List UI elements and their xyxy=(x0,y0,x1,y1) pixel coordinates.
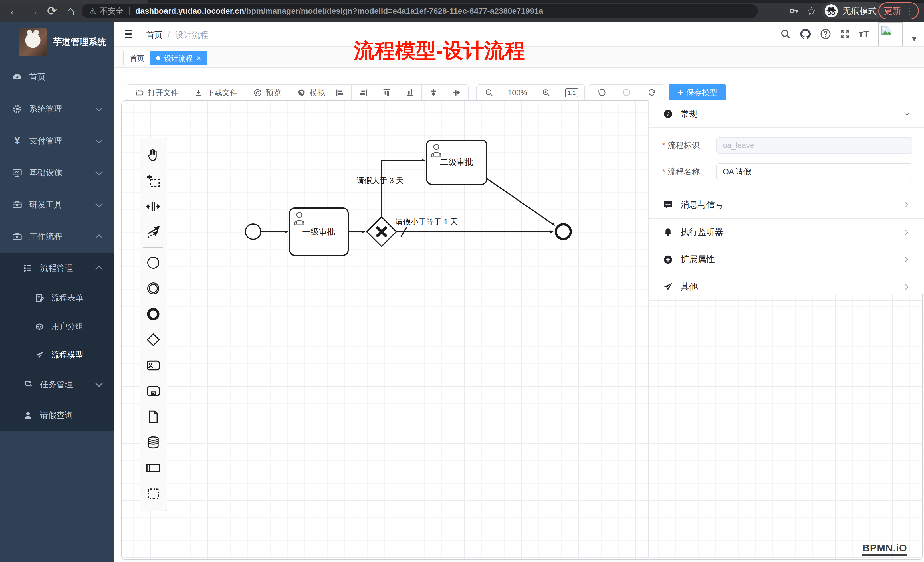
section-message-signal[interactable]: 消息与信号 xyxy=(649,191,924,219)
simulate-button[interactable]: 模拟 xyxy=(289,84,333,101)
align-right-button[interactable] xyxy=(352,84,375,101)
sidebar-item-home[interactable]: 首页 xyxy=(0,61,114,93)
create-intermediate-event[interactable] xyxy=(140,276,166,301)
exclusive-gateway[interactable] xyxy=(367,217,396,246)
user-task-2[interactable] xyxy=(427,140,487,184)
zoom-reset-button[interactable]: 1:1 xyxy=(559,84,585,101)
browser-active-tab[interactable] xyxy=(0,0,148,3)
align-vcenter-button[interactable] xyxy=(422,84,445,101)
url-bar[interactable]: ⚠ 不安全 dashboard.yudao.iocoder.cn/bpm/man… xyxy=(82,4,758,18)
security-label[interactable]: 不安全 xyxy=(100,6,123,16)
create-group[interactable] xyxy=(140,481,166,507)
chevron-down-icon xyxy=(95,380,102,387)
sidebar-item-devtools[interactable]: 研发工具 xyxy=(0,189,114,221)
preview-button[interactable]: 预览 xyxy=(245,84,289,101)
fullscreen-icon[interactable] xyxy=(838,27,852,41)
home-icon[interactable]: ⌂ xyxy=(63,3,78,18)
sidebar: 芋道管理系统 首页 系统管理 ¥ 支付管理 xyxy=(0,22,114,562)
update-label[interactable]: 更新 xyxy=(884,5,901,17)
sidebar-item-process-form[interactable]: 流程表单 xyxy=(0,283,114,312)
key-icon[interactable] xyxy=(788,5,800,16)
undo-button[interactable] xyxy=(589,84,614,101)
forward-icon[interactable]: → xyxy=(26,4,40,18)
zoom-in-icon xyxy=(542,88,551,97)
url-host[interactable]: dashboard.yudao.iocoder.cn xyxy=(135,7,244,16)
align-left-button[interactable] xyxy=(328,84,352,101)
space-tool[interactable] xyxy=(140,194,166,219)
flow-gateway-to-task2[interactable] xyxy=(381,160,425,216)
save-model-button[interactable]: + 保存模型 xyxy=(669,84,726,101)
bpmn-io-watermark[interactable]: BPMN.iO xyxy=(862,542,907,556)
section-title: 执行监听器 xyxy=(681,226,723,238)
search-icon[interactable] xyxy=(778,27,793,41)
toolbox-icon xyxy=(11,199,23,211)
avatar[interactable] xyxy=(878,22,903,46)
sidebar-item-infra[interactable]: 基础设施 xyxy=(0,157,114,189)
annotation-title: 流程模型-设计流程 xyxy=(340,37,539,64)
sidebar-item-process-model[interactable]: 流程模型 xyxy=(0,341,114,369)
section-extended-attributes[interactable]: 扩展属性 xyxy=(649,246,924,273)
section-other[interactable]: 其他 xyxy=(649,273,924,301)
browser-menu-icon[interactable]: ⋮ xyxy=(905,6,914,16)
flow-task2-to-end[interactable] xyxy=(487,178,555,225)
font-size-icon[interactable]: тT xyxy=(856,27,871,41)
sidebar-item-payment[interactable]: ¥ 支付管理 xyxy=(0,125,114,157)
create-subprocess[interactable] xyxy=(140,378,166,404)
create-participant[interactable] xyxy=(140,455,166,481)
reload-icon[interactable]: ⟳ xyxy=(45,4,59,18)
help-icon[interactable] xyxy=(818,27,832,41)
user-task-1[interactable] xyxy=(290,208,348,255)
open-file-button[interactable]: 打开文件 xyxy=(127,84,186,101)
hand-tool[interactable] xyxy=(140,142,166,168)
sidebar-item-user-group[interactable]: 用户分组 xyxy=(0,312,114,341)
tag-design-process[interactable]: 设计流程 × xyxy=(150,51,207,65)
create-gateway[interactable] xyxy=(140,327,166,352)
create-start-event[interactable] xyxy=(140,250,166,276)
breadcrumb-home[interactable]: 首页 xyxy=(146,29,163,41)
history-button-group xyxy=(589,84,665,101)
sidebar-item-system[interactable]: 系统管理 xyxy=(0,93,114,125)
align-bottom-button[interactable] xyxy=(398,84,422,101)
restart-icon xyxy=(647,88,657,97)
sidebar-item-task-mgmt[interactable]: 任务管理 xyxy=(0,369,114,400)
sidebar-item-process-mgmt[interactable]: 流程管理 xyxy=(0,253,114,283)
zoom-out-button[interactable] xyxy=(476,84,502,101)
update-button[interactable]: 更新 ⋮ xyxy=(878,2,919,19)
sidebar-item-workflow[interactable]: 工作流程 xyxy=(0,221,114,253)
align-top-button[interactable] xyxy=(375,84,398,101)
lasso-tool[interactable] xyxy=(140,168,166,194)
create-data-store[interactable] xyxy=(140,430,166,455)
properties-panel: i 常规 * 流程标识 oa_leave * 流程名称 OA 请假 xyxy=(649,100,924,294)
tag-home[interactable]: 首页 xyxy=(123,51,151,65)
download-file-button[interactable]: 下载文件 xyxy=(186,84,245,101)
sidebar-item-label: 系统管理 xyxy=(29,103,62,115)
start-event[interactable] xyxy=(245,224,261,239)
back-icon[interactable]: ← xyxy=(7,4,22,18)
create-end-event[interactable] xyxy=(140,301,166,327)
redo-button[interactable] xyxy=(614,84,639,101)
undo-icon xyxy=(597,88,606,97)
section-execution-listener[interactable]: 执行监听器 xyxy=(649,219,924,246)
create-user-task[interactable] xyxy=(140,352,166,378)
sidebar-item-leave-query[interactable]: 请假查询 xyxy=(0,400,114,431)
process-key-input[interactable]: oa_leave xyxy=(716,137,912,154)
end-event[interactable] xyxy=(556,224,571,239)
sidebar-collapse-icon[interactable] xyxy=(123,27,136,40)
github-icon[interactable] xyxy=(798,27,813,41)
restart-button[interactable] xyxy=(639,84,665,101)
section-general[interactable]: i 常规 xyxy=(649,100,924,127)
button-label: 下载文件 xyxy=(207,88,238,98)
process-name-input[interactable]: OA 请假 xyxy=(716,163,912,180)
bookmark-star-icon[interactable]: ☆ xyxy=(806,4,817,17)
global-connect-tool[interactable] xyxy=(140,219,166,245)
zoom-in-button[interactable] xyxy=(533,84,559,101)
align-hcenter-button[interactable] xyxy=(445,84,469,101)
app-logo xyxy=(19,28,47,56)
dashboard-icon xyxy=(11,71,23,83)
zoom-out-icon xyxy=(484,88,494,97)
sidebar-item-label: 流程管理 xyxy=(40,262,73,274)
warning-icon: ⚠ xyxy=(89,7,96,16)
close-icon[interactable]: × xyxy=(196,54,201,63)
create-data-object[interactable] xyxy=(140,404,166,430)
avatar-caret-icon[interactable]: ▾ xyxy=(912,34,916,43)
